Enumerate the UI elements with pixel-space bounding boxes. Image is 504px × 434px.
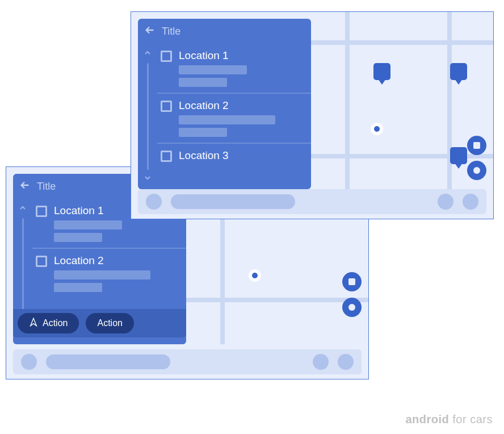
item-content: Location 2 [54, 254, 179, 292]
side-panel: Title Location 1 [138, 19, 311, 189]
chevron-down-icon[interactable] [143, 173, 152, 185]
nav-app-icon[interactable] [463, 194, 478, 210]
panel-title: Title [162, 26, 180, 37]
item-label: Location 2 [179, 99, 304, 112]
scroll-track[interactable] [147, 63, 149, 170]
action-bar: Action Action [13, 309, 186, 337]
list-item[interactable]: Location 3 [157, 143, 311, 168]
placeholder-line [54, 220, 122, 229]
nav-app-icon[interactable] [313, 354, 329, 370]
placeholder-line [54, 270, 150, 279]
list-body: Location 1 Location 2 [138, 44, 311, 189]
chevron-up-icon[interactable] [18, 203, 27, 215]
checkbox[interactable] [36, 256, 47, 267]
list-item[interactable]: Location 1 [157, 44, 311, 93]
nav-app-icon[interactable] [438, 194, 453, 210]
back-arrow-icon[interactable] [19, 179, 31, 194]
map-stop-button[interactable] [467, 136, 486, 155]
main-area: Title Location 1 [131, 12, 493, 189]
map-marker-icon[interactable] [450, 147, 467, 164]
placeholder-line [179, 78, 227, 87]
list-items: Location 1 Location 2 [157, 44, 311, 189]
watermark-brand: android [405, 413, 449, 425]
map-road [311, 40, 493, 45]
panel-header: Title [138, 19, 311, 44]
list-item[interactable]: Location 2 [32, 248, 186, 298]
checkbox[interactable] [36, 206, 47, 217]
item-content: Location 1 [179, 49, 304, 87]
checkbox[interactable] [161, 51, 172, 62]
map-marker-icon[interactable] [373, 63, 390, 80]
action-label: Action [43, 318, 68, 328]
nav-app-icon[interactable] [146, 194, 162, 210]
nav-pill[interactable] [46, 354, 170, 369]
nav-app-icon[interactable] [21, 354, 37, 370]
item-label: Location 2 [54, 254, 179, 267]
chevron-up-icon[interactable] [143, 48, 152, 60]
navigate-icon [29, 318, 38, 329]
item-label: Location 3 [179, 149, 304, 162]
map[interactable] [311, 12, 493, 189]
map-recenter-button[interactable] [467, 161, 486, 180]
item-label: Location 1 [179, 49, 304, 62]
nav-rail [138, 189, 486, 214]
current-location-icon [371, 123, 383, 135]
placeholder-line [54, 283, 102, 292]
item-content: Location 3 [179, 149, 304, 162]
action-button-secondary[interactable]: Action [86, 313, 133, 333]
nav-pill[interactable] [171, 194, 295, 209]
map-recenter-button[interactable] [342, 298, 362, 317]
nav-rail [13, 349, 362, 374]
map-stop-button[interactable] [342, 272, 362, 291]
nav-app-icon[interactable] [338, 354, 354, 370]
item-content: Location 2 [179, 99, 304, 137]
back-arrow-icon[interactable] [144, 24, 156, 39]
panel-title: Title [37, 181, 56, 193]
current-location-icon [249, 269, 261, 282]
map-marker-icon[interactable] [450, 63, 467, 80]
watermark-suffix: for cars [449, 413, 493, 425]
checkbox[interactable] [161, 151, 172, 162]
watermark: android for cars [405, 413, 493, 426]
action-button-primary[interactable]: Action [18, 313, 79, 333]
placeholder-line [179, 65, 247, 74]
map-road [186, 298, 368, 302]
placeholder-line [54, 233, 102, 242]
placeholder-line [179, 115, 275, 124]
placeholder-line [179, 128, 227, 137]
list-item[interactable]: Location 2 [157, 93, 311, 143]
window-variant-plain: Title Location 1 [131, 11, 494, 219]
action-label: Action [97, 318, 122, 328]
scrollbar[interactable] [138, 44, 157, 189]
checkbox[interactable] [161, 101, 172, 112]
map-road [345, 12, 350, 189]
